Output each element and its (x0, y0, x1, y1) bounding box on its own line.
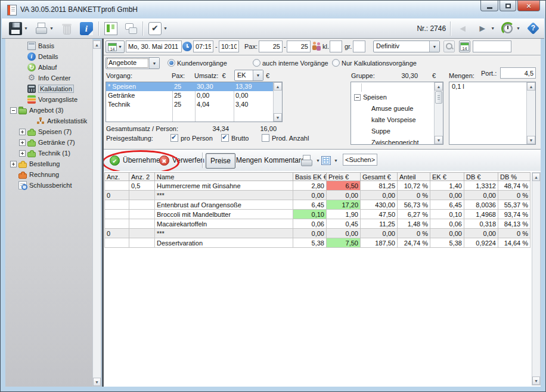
radio-auch-interne-vorgänge[interactable] (253, 59, 260, 67)
planboard-button[interactable] (103, 21, 119, 36)
grid-cell[interactable]: 1,3312 (464, 181, 498, 191)
sidebar-item-schlussbericht[interactable]: Schlussbericht (5, 180, 92, 191)
checkbox-pro-person[interactable] (170, 134, 178, 142)
column-header-db[interactable]: DB € (464, 173, 498, 181)
print-button[interactable]: ▼ (300, 153, 320, 167)
sidebar-item-kalkulation[interactable]: Kalkulation (5, 83, 92, 94)
scroll-down-icon[interactable]: ▼ (435, 136, 443, 144)
grid-cell[interactable]: Broccoli mit Mandelbutter (155, 210, 293, 219)
search-input[interactable] (343, 154, 377, 166)
scroll-up-icon[interactable]: ▲ (532, 173, 540, 181)
grid-cell[interactable]: 11,25 (361, 219, 398, 229)
grid-cell[interactable]: 7,50 (327, 238, 361, 248)
grid-cell[interactable]: 0,06 (430, 219, 464, 229)
checkbox-prod-anzahl[interactable] (262, 134, 269, 142)
sidebar-item-info-center[interactable]: Info Center (5, 73, 92, 83)
grid-cell[interactable]: 0,00 (464, 191, 498, 200)
nav-forward-button[interactable]: ▼ (474, 21, 496, 36)
discard-button[interactable]: ✖ Verwerfen (159, 153, 204, 167)
scroll-up-icon[interactable]: ▲ (527, 82, 535, 91)
gr-field[interactable] (353, 41, 365, 52)
grid-cell[interactable]: 0,00 (464, 229, 498, 238)
vorgang-scrollbar[interactable]: ▲ ▼ (273, 82, 282, 122)
date-field[interactable] (126, 41, 182, 52)
time-to-field[interactable] (219, 41, 239, 52)
sidebar-item-details[interactable]: Details (5, 51, 92, 62)
grid-cell[interactable]: 6,27 % (398, 210, 430, 219)
sidebar-item-speisen-7[interactable]: Speisen (7) (5, 126, 92, 137)
mengen-scrollbar[interactable]: ▲ ▼ (526, 82, 535, 144)
type-dropdown[interactable]: Angebote▼ (106, 57, 160, 69)
expand-icon[interactable] (19, 139, 26, 146)
sidebar-scrollbar[interactable]: ▲ ▼ (92, 40, 101, 387)
grid-cell[interactable]: 0,318 (464, 219, 498, 229)
grid-dropdown-arrow[interactable]: ▼ (334, 158, 338, 163)
grid-cell[interactable]: 93,74 % (498, 210, 531, 219)
pax-from-field[interactable] (259, 41, 283, 52)
calendar-button[interactable]: ▼ (106, 41, 125, 53)
history-dropdown-arrow[interactable]: ▼ (516, 26, 520, 30)
scroll-down-icon[interactable]: ▼ (532, 377, 540, 385)
grid-cell[interactable]: 0 % (498, 191, 531, 200)
column-header-db[interactable]: DB % (498, 173, 531, 181)
grid-cell[interactable]: 0,00 (327, 229, 361, 238)
grid-cell[interactable]: Macairekartoffeln (155, 219, 293, 229)
column-header-anteil[interactable]: Anteil (398, 173, 430, 181)
scroll-down-icon[interactable]: ▼ (527, 136, 535, 144)
scrollbar-thumb[interactable] (435, 91, 442, 104)
grid-cell[interactable]: 84,13 % (498, 219, 531, 229)
grid-cell[interactable]: 5,38 (430, 238, 464, 248)
info-button[interactable] (79, 21, 94, 36)
grid-cell[interactable] (129, 191, 155, 200)
grid-cell[interactable]: 6,45 (293, 200, 327, 210)
history-button[interactable]: ▼ (500, 21, 522, 36)
vorgang-row-technik[interactable]: Technik254,043,40 (106, 100, 282, 109)
grid-cell[interactable]: 6,50 (327, 181, 361, 191)
grid-cell[interactable] (129, 229, 155, 238)
grid-cell[interactable]: 1,4968 (464, 210, 498, 219)
grid-cell[interactable]: 48,74 % (498, 181, 531, 191)
scroll-up-icon[interactable]: ▲ (274, 82, 282, 91)
grid-cell[interactable] (105, 210, 129, 219)
table-scrollbar[interactable]: ▲ ▼ (532, 172, 541, 385)
chevron-down-icon[interactable]: ▼ (149, 58, 159, 69)
grid-cell[interactable]: 6,45 (430, 200, 464, 210)
grid-cell[interactable]: 0 % (498, 229, 531, 238)
gruppe-root-item[interactable]: Speisen (351, 92, 443, 103)
grid-cell[interactable]: 0,00 (293, 191, 327, 200)
grid-cell[interactable]: 81,25 (361, 181, 398, 191)
table-row[interactable]: Entenbrust auf Orangensoße6,4517,20430,0… (105, 200, 531, 210)
grid-cell[interactable]: 0,00 (430, 229, 464, 238)
radio-nur-kalkulationsvorgänge[interactable] (332, 59, 340, 67)
column-header-anz[interactable]: Anz. (105, 173, 129, 181)
grid-cell[interactable]: 0,10 (430, 210, 464, 219)
grid-cell[interactable]: 0,10 (293, 210, 327, 219)
scroll-up-icon[interactable]: ▲ (435, 82, 443, 91)
time-from-field[interactable] (193, 41, 213, 52)
vorgang-row-speisen[interactable]: * Speisen2530,3013,39 (106, 82, 282, 91)
column-header-basis-ek[interactable]: Basis EK € (293, 173, 327, 181)
grid-cell[interactable]: 0,06 (293, 219, 327, 229)
kl-field[interactable] (330, 41, 342, 52)
tab-preise[interactable]: Preise (206, 153, 235, 169)
print-dropdown-arrow[interactable]: ▼ (316, 158, 320, 163)
grid-cell[interactable] (129, 219, 155, 229)
print-dropdown-arrow[interactable]: ▼ (49, 26, 54, 30)
radio-kundenvorgänge[interactable] (167, 59, 175, 67)
sidebar-item-technik-1[interactable]: Technik (1) (5, 148, 92, 158)
close-button[interactable]: ✕ (517, 1, 540, 11)
grid-cell[interactable]: 24,74 % (398, 238, 430, 248)
expand-icon[interactable] (19, 150, 26, 157)
scroll-down-icon[interactable]: ▼ (274, 113, 282, 122)
grid-cell[interactable]: 55,37 % (498, 200, 531, 210)
grid-cell[interactable]: 0,00 (361, 229, 398, 238)
expand-icon[interactable] (19, 129, 26, 135)
comments-button[interactable] (123, 21, 138, 36)
grid-cell[interactable]: 0,9224 (464, 238, 498, 248)
grid-cell[interactable]: 17,20 (327, 200, 361, 210)
sidebar-item-artikelstatistik[interactable]: Artikelstatistik (5, 116, 92, 126)
grid-cell[interactable]: 0 % (398, 191, 430, 200)
grid-cell[interactable]: 0,5 (129, 181, 155, 191)
table-row[interactable]: Broccoli mit Mandelbutter0,101,9047,506,… (105, 210, 531, 219)
grid-cell[interactable] (105, 200, 129, 210)
